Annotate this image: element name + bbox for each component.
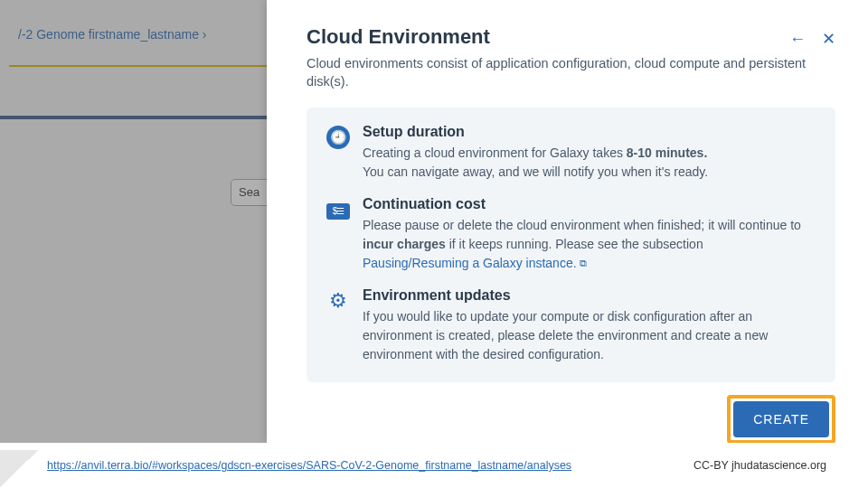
environment-updates-item: ⚙ Environment updates If you would like …	[326, 287, 816, 364]
create-button[interactable]: CREATE	[733, 401, 829, 437]
setup-line1a: Creating a cloud environment for Galaxy …	[363, 145, 627, 160]
close-icon[interactable]: ✕	[822, 29, 835, 49]
cost-text: Please pause or delete the cloud environ…	[363, 216, 816, 273]
cost-bold: incur charges	[363, 237, 446, 251]
pausing-resuming-link[interactable]: Pausing/Resuming a Galaxy instance. ⧉	[363, 256, 587, 270]
continuation-cost-item: $☰ Continuation cost Please pause or del…	[326, 196, 816, 273]
setup-body: Setup duration Creating a cloud environm…	[363, 124, 816, 182]
cloud-environment-panel: Cloud Environment ← ✕ Cloud environments…	[267, 0, 868, 443]
link-text: Pausing/Resuming a Galaxy instance.	[363, 256, 577, 270]
clock-icon: 🕘	[326, 126, 350, 149]
panel-subtitle: Cloud environments consist of applicatio…	[307, 54, 835, 91]
info-box: 🕘 Setup duration Creating a cloud enviro…	[307, 108, 835, 382]
create-button-highlight: CREATE	[727, 395, 835, 444]
panel-title: Cloud Environment	[307, 25, 490, 49]
cost-line-b: if it keeps running. Please see the subs…	[446, 237, 703, 251]
back-icon[interactable]: ←	[789, 30, 806, 49]
setup-text: Creating a cloud environment for Galaxy …	[363, 144, 816, 182]
setup-line2: You can navigate away, and we will notif…	[363, 164, 708, 179]
modal-overlay	[0, 0, 267, 443]
setup-line1b: 8-10 minutes.	[627, 145, 707, 160]
panel-header: Cloud Environment ← ✕	[307, 25, 835, 49]
page-corner-fold	[0, 450, 38, 488]
updates-body: Environment updates If you would like to…	[363, 287, 816, 364]
cost-body: Continuation cost Please pause or delete…	[363, 196, 816, 273]
updates-heading: Environment updates	[363, 287, 816, 304]
cost-icon: $☰	[326, 198, 350, 221]
create-button-row: CREATE	[307, 382, 835, 444]
footer-url[interactable]: https://anvil.terra.bio/#workspaces/gdsc…	[47, 459, 571, 472]
setup-duration-item: 🕘 Setup duration Creating a cloud enviro…	[326, 124, 816, 182]
slide-footer: https://anvil.terra.bio/#workspaces/gdsc…	[0, 443, 868, 488]
cost-line-a: Please pause or delete the cloud environ…	[363, 218, 801, 232]
setup-heading: Setup duration	[363, 124, 816, 140]
footer-attribution: CC-BY jhudatascience.org	[693, 459, 826, 472]
cost-icon-glyph: $☰	[326, 203, 350, 220]
cost-heading: Continuation cost	[363, 196, 816, 212]
clock-icon-glyph: 🕘	[326, 126, 350, 149]
external-link-icon: ⧉	[580, 258, 587, 268]
panel-controls: ← ✕	[789, 29, 835, 49]
updates-text: If you would like to update your compute…	[363, 307, 816, 364]
gear-icon: ⚙	[326, 289, 350, 313]
